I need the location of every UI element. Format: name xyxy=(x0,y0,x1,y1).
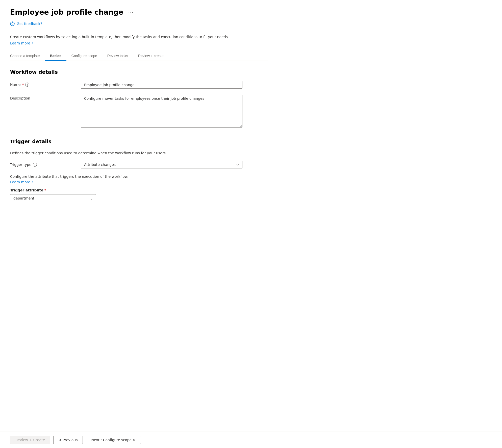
attribute-description: Configure the attribute that triggers th… xyxy=(10,175,268,179)
trigger-type-label: Trigger type xyxy=(10,163,31,167)
tab-review-create[interactable]: Review + create xyxy=(133,51,169,61)
review-create-button: Review + Create xyxy=(10,436,50,444)
feedback-icon xyxy=(10,21,15,26)
workflow-details-title: Workflow details xyxy=(10,69,268,75)
description-field-row: Description Configure mover tasks for em… xyxy=(10,95,268,128)
trigger-attribute-select[interactable]: department jobTitle manager officeLocati… xyxy=(10,194,96,202)
name-required-star: * xyxy=(22,83,24,87)
name-label: Name * i xyxy=(10,83,81,87)
name-input[interactable] xyxy=(81,81,242,89)
intro-learn-more-link[interactable]: Learn more ↗ xyxy=(10,41,34,45)
footer: Review + Create < Previous Next : Config… xyxy=(0,432,502,448)
description-label: Description xyxy=(10,96,81,100)
svg-point-1 xyxy=(12,25,13,25)
trigger-attribute-select-wrapper: department jobTitle manager officeLocati… xyxy=(10,194,96,202)
next-button[interactable]: Next : Configure scope > xyxy=(86,436,141,444)
trigger-type-select[interactable]: Attribute changes On-demand Schedule xyxy=(81,161,242,168)
name-field-row: Name * i xyxy=(10,81,268,89)
attribute-learn-more-label: Learn more xyxy=(10,180,30,184)
intro-learn-more-label: Learn more xyxy=(10,41,30,45)
trigger-details-section: Trigger details Defines the trigger cond… xyxy=(10,138,268,202)
intro-description: Create custom workflows by selecting a b… xyxy=(10,34,268,40)
trigger-description: Defines the trigger conditions used to d… xyxy=(10,151,268,156)
attribute-section: Configure the attribute that triggers th… xyxy=(10,175,268,202)
tab-choose-template[interactable]: Choose a template xyxy=(10,51,45,61)
page-title: Employee job profile change xyxy=(10,8,123,16)
tab-basics[interactable]: Basics xyxy=(45,51,66,61)
attribute-required-star: * xyxy=(44,188,46,192)
tab-review-tasks[interactable]: Review tasks xyxy=(102,51,133,61)
name-info-icon: i xyxy=(25,83,29,87)
attribute-label: Trigger attribute * xyxy=(10,188,268,192)
intro-learn-more-icon: ↗ xyxy=(31,42,34,45)
feedback-row: Got feedback? xyxy=(10,21,268,30)
trigger-type-row: Trigger type i Attribute changes On-dema… xyxy=(10,161,268,168)
trigger-type-select-wrapper: Attribute changes On-demand Schedule xyxy=(81,161,242,168)
trigger-type-info-icon: i xyxy=(33,163,37,167)
workflow-details-section: Workflow details Name * i Description xyxy=(10,69,268,128)
more-options-button[interactable]: ··· xyxy=(126,9,136,16)
nav-tabs: Choose a template Basics Configure scope… xyxy=(10,51,268,61)
feedback-link[interactable]: Got feedback? xyxy=(17,22,42,26)
trigger-details-title: Trigger details xyxy=(10,138,268,144)
attribute-learn-more-link[interactable]: Learn more ↗ xyxy=(10,180,34,184)
previous-button[interactable]: < Previous xyxy=(53,436,83,444)
page-header: Employee job profile change ··· xyxy=(10,8,268,16)
tab-configure-scope[interactable]: Configure scope xyxy=(66,51,102,61)
attribute-learn-more-icon: ↗ xyxy=(31,181,34,184)
description-input[interactable]: Configure mover tasks for employees once… xyxy=(81,95,242,128)
